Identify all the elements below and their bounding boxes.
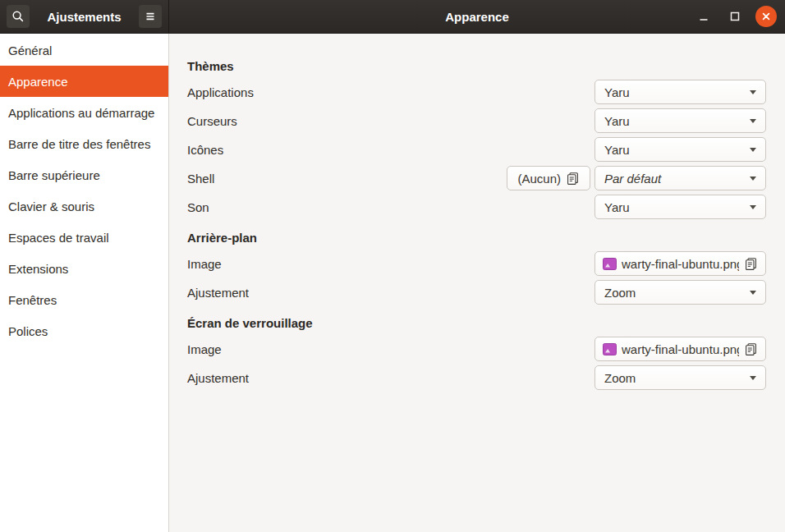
icons-theme-dropdown[interactable]: Yaru xyxy=(594,137,766,162)
search-icon xyxy=(11,10,25,23)
background-image-button[interactable]: warty-final-ubuntu.png xyxy=(594,251,766,276)
chevron-down-icon xyxy=(750,177,756,181)
titlebar: Ajustements Apparence xyxy=(0,0,785,34)
dropdown-value: Zoom xyxy=(604,286,750,300)
row-label: Image xyxy=(187,342,222,356)
minimize-icon xyxy=(699,11,709,21)
close-button[interactable] xyxy=(755,6,777,27)
dropdown-value: Yaru xyxy=(604,114,750,128)
minimize-button[interactable] xyxy=(693,6,714,27)
settings-row-lockscreen-image: Image warty-final-ubuntu.png xyxy=(187,337,766,361)
cursors-theme-dropdown[interactable]: Yaru xyxy=(594,108,766,133)
image-thumbnail-icon xyxy=(603,343,617,355)
close-icon xyxy=(761,11,771,21)
settings-row-background-adjustment: Ajustement Zoom xyxy=(187,280,766,305)
sidebar-window-title: Ajustements xyxy=(33,10,135,24)
settings-row-son: Son Yaru xyxy=(187,195,766,219)
chevron-down-icon xyxy=(750,205,756,209)
image-thumbnail-icon xyxy=(603,258,617,270)
chevron-down-icon xyxy=(750,376,756,380)
hamburger-menu-icon xyxy=(144,10,157,23)
menu-button[interactable] xyxy=(139,5,162,28)
chevron-down-icon xyxy=(750,291,756,295)
row-label: Son xyxy=(187,200,209,214)
settings-row-applications: Applications Yaru xyxy=(187,80,766,104)
file-button-label: warty-final-ubuntu.png xyxy=(622,257,739,271)
background-adjustment-dropdown[interactable]: Zoom xyxy=(594,280,766,305)
maximize-button[interactable] xyxy=(724,6,746,27)
sidebar-item-extensions[interactable]: Extensions xyxy=(0,253,168,284)
settings-row-curseurs: Curseurs Yaru xyxy=(187,108,766,133)
maximize-icon xyxy=(730,11,740,21)
file-button-label: warty-final-ubuntu.png xyxy=(622,342,739,356)
row-label: Icônes xyxy=(187,143,223,157)
row-label: Image xyxy=(187,257,222,271)
shell-theme-file-button[interactable]: (Aucun) xyxy=(507,166,590,190)
lockscreen-image-button[interactable]: warty-final-ubuntu.png xyxy=(594,337,766,361)
settings-row-background-image: Image warty-final-ubuntu.png xyxy=(187,251,766,276)
sound-theme-dropdown[interactable]: Yaru xyxy=(594,195,766,219)
documents-icon xyxy=(566,172,580,186)
chevron-down-icon xyxy=(750,148,756,152)
file-button-label: (Aucun) xyxy=(517,172,561,186)
section-title-themes: Thèmes xyxy=(187,59,766,73)
dropdown-value: Yaru xyxy=(604,143,750,157)
app-body: Général Apparence Applications au démarr… xyxy=(0,34,785,532)
sidebar-item-espaces-travail[interactable]: Espaces de travail xyxy=(0,222,168,253)
settings-row-icones: Icônes Yaru xyxy=(187,137,766,162)
row-label: Ajustement xyxy=(187,371,249,385)
sidebar-item-apparence[interactable]: Apparence xyxy=(0,66,168,97)
settings-row-shell: Shell (Aucun) Par xyxy=(187,166,766,190)
dropdown-value: Par défaut xyxy=(604,172,750,186)
chevron-down-icon xyxy=(750,119,756,123)
settings-row-lockscreen-adjustment: Ajustement Zoom xyxy=(187,365,766,390)
chevron-down-icon xyxy=(750,90,756,94)
titlebar-left: Ajustements xyxy=(0,0,169,33)
sidebar-item-general[interactable]: Général xyxy=(0,34,168,66)
documents-icon xyxy=(744,342,758,356)
titlebar-right: Apparence xyxy=(169,0,785,33)
row-label: Ajustement xyxy=(187,286,249,300)
sidebar-item-polices[interactable]: Polices xyxy=(0,315,168,346)
sidebar-item-applications-demarrage[interactable]: Applications au démarrage xyxy=(0,97,168,128)
appearance-panel: Thèmes Applications Yaru Curseurs Yaru I… xyxy=(169,34,785,532)
applications-theme-dropdown[interactable]: Yaru xyxy=(594,80,766,104)
section-title-ecran-verrouillage: Écran de verrouillage xyxy=(187,316,766,330)
dropdown-value: Yaru xyxy=(604,85,750,99)
search-button[interactable] xyxy=(7,5,30,28)
row-label: Applications xyxy=(187,85,254,99)
dropdown-value: Zoom xyxy=(604,371,750,385)
section-title-arriere-plan: Arrière-plan xyxy=(187,231,766,245)
row-label: Shell xyxy=(187,172,214,186)
sidebar-item-fenetres[interactable]: Fenêtres xyxy=(0,284,168,315)
sidebar-item-barre-superieure[interactable]: Barre supérieure xyxy=(0,159,168,190)
window-controls xyxy=(693,0,777,33)
tweaks-window: Ajustements Apparence xyxy=(0,0,785,532)
shell-theme-dropdown[interactable]: Par défaut xyxy=(594,166,766,190)
row-label: Curseurs xyxy=(187,114,237,128)
sidebar-item-clavier-souris[interactable]: Clavier & souris xyxy=(0,190,168,222)
sidebar-item-barre-titre-fenetres[interactable]: Barre de titre des fenêtres xyxy=(0,128,168,159)
documents-icon xyxy=(744,257,758,271)
dropdown-value: Yaru xyxy=(604,200,750,214)
lockscreen-adjustment-dropdown[interactable]: Zoom xyxy=(594,365,766,390)
sidebar: Général Apparence Applications au démarr… xyxy=(0,34,169,532)
shell-controls: (Aucun) Par défaut xyxy=(507,166,766,190)
